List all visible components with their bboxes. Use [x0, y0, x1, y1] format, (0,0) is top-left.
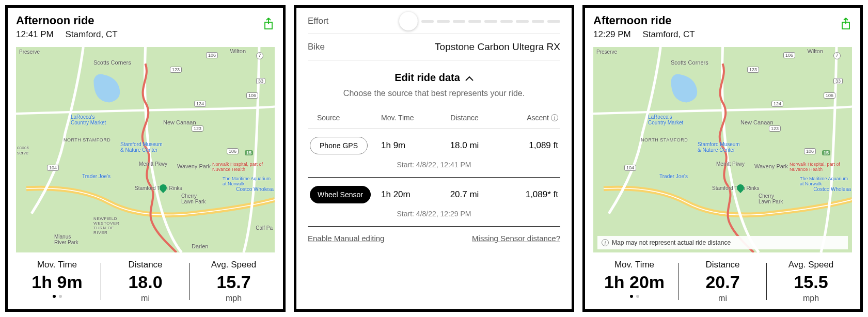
- ride-card-left: Afternoon ride 12:41 PM Stamford, CT Pre…: [5, 5, 286, 312]
- info-icon: i: [602, 239, 609, 246]
- info-icon[interactable]: i: [551, 114, 558, 121]
- ride-stats: Mov. Time 1h 20m Distance 20.7 mi Avg. S…: [585, 252, 860, 309]
- ride-subline: 12:41 PM Stamford, CT: [16, 29, 275, 40]
- stat-distance: Distance 18.0 mi: [101, 260, 190, 303]
- pager-dots[interactable]: [590, 295, 678, 298]
- source-table-header: Source Mov. Time Distance Ascent i: [308, 107, 560, 129]
- ride-time: 12:41 PM: [16, 29, 54, 39]
- ascent-header: Ascent i: [501, 114, 558, 122]
- bike-label: Bike: [308, 42, 325, 52]
- share-icon[interactable]: [262, 17, 275, 33]
- enable-manual-link[interactable]: Enable Manual editing: [308, 234, 384, 243]
- share-icon[interactable]: [840, 17, 852, 33]
- ride-header: Afternoon ride 12:29 PM Stamford, CT: [585, 8, 860, 44]
- effort-row: Effort: [308, 15, 560, 34]
- ride-location: Stamford, CT: [66, 29, 118, 39]
- source-row-wheel-sensor[interactable]: Wheel Sensor 1h 20m 20.7 mi 1,089* ft St…: [308, 178, 560, 227]
- stat-moving-time: Mov. Time 1h 9m: [13, 260, 101, 303]
- slider-thumb[interactable]: [399, 12, 418, 30]
- edit-subtext: Choose the source that best represents y…: [308, 89, 560, 98]
- ride-stats: Mov. Time 1h 9m Distance 18.0 mi Avg. Sp…: [8, 252, 283, 309]
- map-disclaimer: i Map may not represent actual ride dist…: [597, 236, 848, 249]
- source-pill[interactable]: Phone GPS: [310, 137, 368, 154]
- ride-subline: 12:29 PM Stamford, CT: [593, 29, 852, 40]
- start-time: Start: 4/8/22, 12:41 PM: [310, 161, 558, 169]
- edit-ride-toggle[interactable]: Edit ride data: [308, 60, 560, 89]
- edit-panel: Effort Bike Topstone Carbon Ultegra RX E…: [294, 5, 574, 312]
- ride-title: Afternoon ride: [16, 14, 275, 27]
- ride-card-right: Afternoon ride 12:29 PM Stamford, CT Pre…: [582, 5, 863, 312]
- chevron-up-icon: [465, 72, 474, 84]
- source-row-phone-gps[interactable]: Phone GPS 1h 9m 18.0 mi 1,089 ft Start: …: [308, 129, 560, 178]
- missing-sensor-link[interactable]: Missing Sensor distance?: [472, 234, 560, 243]
- bike-row[interactable]: Bike Topstone Carbon Ultegra RX: [308, 34, 560, 60]
- source-pill-selected[interactable]: Wheel Sensor: [310, 186, 371, 203]
- stat-moving-time: Mov. Time 1h 20m: [590, 260, 678, 303]
- effort-label: Effort: [308, 16, 328, 26]
- ride-title: Afternoon ride: [593, 14, 852, 27]
- pin-icon: [735, 183, 746, 193]
- effort-slider[interactable]: [405, 20, 560, 23]
- ride-time: 12:29 PM: [593, 29, 631, 39]
- pin-icon: [158, 183, 168, 193]
- ride-location: Stamford, CT: [643, 29, 695, 39]
- start-time: Start: 4/8/22, 12:29 PM: [310, 210, 558, 218]
- ride-map[interactable]: Preserve Wilton Scotts Corners New Canaa…: [16, 47, 275, 252]
- stat-distance: Distance 20.7 mi: [678, 260, 767, 303]
- bike-value: Topstone Carbon Ultegra RX: [435, 41, 560, 53]
- stat-speed: Avg. Speed 15.7 mph: [190, 260, 278, 303]
- ride-header: Afternoon ride 12:41 PM Stamford, CT: [8, 8, 283, 44]
- ride-map[interactable]: Preserve Wilton Scotts Corners New Canaa…: [593, 47, 852, 252]
- pager-dots[interactable]: [13, 295, 101, 298]
- bottom-links: Enable Manual editing Missing Sensor dis…: [308, 227, 560, 243]
- stat-speed: Avg. Speed 15.5 mph: [767, 260, 855, 303]
